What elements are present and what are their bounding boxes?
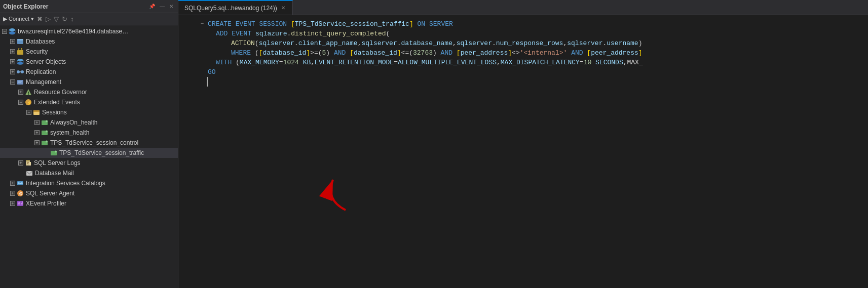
svg-point-8 [21, 70, 24, 73]
pin-button[interactable]: 📌 [147, 4, 157, 9]
line-content-3: ACTION(sqlserver.client_app_name,sqlserv… [206, 38, 868, 48]
collapse-button-1[interactable]: − [199, 19, 206, 29]
server-objects-icon [16, 58, 24, 66]
svg-point-25 [46, 141, 48, 143]
connect-button[interactable]: ▶ Connect ▾ [3, 16, 34, 22]
tree-item-alwayson[interactable]: + AlwaysOn_health [0, 117, 178, 128]
databases-icon [16, 37, 24, 46]
tab-close-button[interactable]: ✕ [280, 5, 286, 11]
svg-text:⚙: ⚙ [19, 191, 23, 196]
expand-server-icon[interactable]: − [2, 29, 7, 34]
expand-management-icon[interactable]: − [10, 79, 15, 85]
sql-logs-label: SQL Server Logs [34, 159, 81, 167]
expand-sessions-icon[interactable]: − [26, 110, 31, 115]
sql-editor-area[interactable]: − CREATE EVENT SESSION [TPS_TdService_se… [178, 15, 868, 288]
expand-alwayson-icon[interactable]: + [34, 120, 40, 125]
system-health-label: system_health [50, 129, 89, 136]
code-line-6: − GO [178, 67, 868, 77]
integration-icon [16, 179, 24, 187]
tree-item-database-mail[interactable]: Database Mail [0, 168, 178, 178]
expand-xevent-icon[interactable]: + [10, 201, 15, 206]
server-objects-label: Server Objects [26, 58, 66, 65]
tree-item-resource-governor[interactable]: + Resource Governor [0, 87, 178, 97]
svg-rect-2 [17, 40, 23, 44]
expand-systemhealth-icon[interactable]: + [34, 130, 40, 135]
expand-sqlagent-icon[interactable]: + [10, 191, 15, 196]
tree-item-sql-logs[interactable]: + SQL Server Logs [0, 158, 178, 168]
expand-replication-icon[interactable]: + [10, 69, 15, 74]
tree-item-xevent-profiler[interactable]: + XEvent Profiler [0, 198, 178, 209]
tree-item-replication[interactable]: + Replication [0, 67, 178, 77]
tree-item-extended-events[interactable]: − ⚡ Extended Events [0, 97, 178, 107]
expand-security-icon[interactable]: + [10, 49, 15, 54]
tps-control-session-icon [41, 139, 49, 147]
expand-extendedevents-icon[interactable]: − [18, 100, 23, 105]
svg-point-6 [17, 62, 23, 65]
disconnect-icon[interactable]: ✖ [37, 15, 43, 23]
expand-resourcegovernor-icon[interactable]: + [18, 90, 23, 95]
sessions-label: Sessions [42, 109, 67, 116]
expand-serverobjects-icon[interactable]: + [10, 59, 15, 64]
svg-point-36 [21, 182, 23, 184]
svg-rect-32 [29, 162, 31, 166]
extended-events-icon: ⚡ [24, 98, 32, 106]
databases-label: Databases [26, 38, 55, 45]
code-line-7: − [178, 77, 868, 87]
tab-label: SQLQuery5.sql...hewandog (124)) [184, 5, 277, 12]
tree-item-security[interactable]: + Security [0, 47, 178, 57]
tps-control-label: TPS_TdService_session_control [50, 139, 138, 146]
line-content-4: WHERE ([database_id]>=(5) AND [database_… [206, 48, 868, 58]
svg-point-5 [17, 59, 23, 62]
svg-point-7 [17, 70, 20, 73]
tree-item-tps-control[interactable]: + TPS_TdService_session_control [0, 138, 178, 148]
object-explorer-panel: Object Explorer 📌 — ✕ ▶ Connect ▾ ✖ ▷ ▽ … [0, 0, 178, 288]
extended-events-label: Extended Events [34, 99, 80, 106]
expand-integration-icon[interactable]: + [10, 181, 15, 186]
collapse-icon[interactable]: ↕ [70, 15, 74, 23]
window-controls: 📌 — ✕ [147, 4, 175, 9]
svg-point-23 [46, 131, 48, 133]
sql-query-tab[interactable]: SQLQuery5.sql...hewandog (124)) ✕ [178, 0, 293, 15]
tree-item-sql-agent[interactable]: + ⚙ SQL Server Agent [0, 188, 178, 198]
close-button[interactable]: ✕ [168, 4, 175, 9]
database-mail-label: Database Mail [35, 170, 74, 177]
code-line-2: − ADD EVENT sqlazure.distinct_query_comp… [178, 29, 868, 38]
alwayson-label: AlwaysOn_health [50, 119, 97, 126]
svg-text:⚡: ⚡ [27, 100, 32, 105]
system-health-icon [41, 129, 49, 137]
xevent-profiler-icon [16, 199, 24, 208]
tree-item-integration[interactable]: + Integration Services Catalogs [0, 178, 178, 188]
new-query-icon[interactable]: ▷ [46, 15, 51, 23]
expand-sqllogs-icon[interactable]: + [18, 160, 23, 166]
filter-icon[interactable]: ▽ [54, 15, 59, 23]
expand-tpscontrol-icon[interactable]: + [34, 140, 40, 145]
tree-item-management[interactable]: − Management [0, 77, 178, 87]
replication-icon [16, 68, 24, 76]
resource-governor-label: Resource Governor [34, 89, 87, 96]
line-content-8 [206, 87, 868, 96]
object-explorer-header: Object Explorer 📌 — ✕ [0, 0, 178, 13]
tree-item-sessions[interactable]: − Sessions [0, 107, 178, 117]
tree-item-server[interactable]: − bwazuresqlmi.ef276e8e4194.database.win… [0, 26, 178, 36]
refresh-icon[interactable]: ↻ [62, 15, 67, 23]
svg-rect-12 [18, 82, 21, 83]
connect-toolbar: ▶ Connect ▾ ✖ ▷ ▽ ↻ ↕ [0, 13, 178, 25]
security-icon [16, 48, 24, 56]
server-label: bwazuresqlmi.ef276e8e4194.database.windo… [18, 28, 129, 35]
sql-logs-icon [24, 159, 32, 167]
sessions-icon [32, 108, 41, 116]
svg-rect-29 [26, 160, 30, 161]
tree-item-databases[interactable]: + Databases [0, 36, 178, 47]
management-label: Management [26, 78, 61, 86]
xevent-profiler-label: XEvent Profiler [26, 200, 66, 207]
sql-agent-label: SQL Server Agent [26, 190, 74, 197]
tree-item-tps-traffic[interactable]: TPS_TdService_session_traffic [0, 148, 178, 158]
expand-databases-icon[interactable]: + [10, 39, 15, 44]
tree-item-server-objects[interactable]: + Server Objects [0, 57, 178, 67]
minimize-button[interactable]: — [158, 4, 166, 9]
database-mail-icon [25, 169, 33, 177]
svg-point-27 [55, 151, 57, 153]
tree-item-system-health[interactable]: + system_health [0, 128, 178, 138]
management-icon [16, 78, 24, 86]
sql-agent-icon: ⚙ [16, 189, 24, 197]
